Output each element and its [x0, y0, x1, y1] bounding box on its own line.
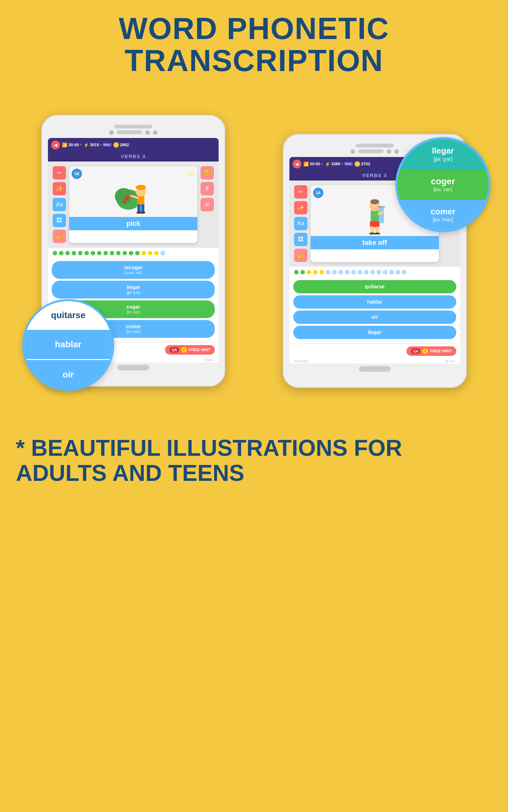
option-phonetic-2: [jje.'ɣar]: [57, 290, 210, 295]
option-word-1: recoger: [57, 265, 210, 271]
cut-button-r[interactable]: ✂: [294, 185, 307, 198]
coin-icon-right: [354, 161, 360, 167]
hint-label-left: FREE HINT: [189, 347, 211, 352]
progress-dot: [332, 270, 337, 274]
home-button-right[interactable]: [359, 366, 391, 372]
option-btn-r2[interactable]: hablar: [293, 295, 456, 309]
pick-illustration: [113, 168, 154, 215]
option-btn-r3[interactable]: oír: [293, 311, 456, 324]
image-button-r[interactable]: 🖼: [294, 233, 307, 246]
tooltip-right-phonetic-2: [ko.'xer]: [434, 186, 453, 193]
progress-dot: [402, 270, 407, 274]
progress-dot: [110, 251, 114, 255]
progress-dot: [59, 251, 64, 255]
left-side-buttons: ✂ ✨ Aa 🖼 👍: [53, 166, 66, 243]
coin-icon-left: [113, 142, 119, 148]
progress-dot: [396, 270, 400, 274]
svg-line-22: [379, 212, 383, 214]
option-phonetic-1: [re.ko.'xer]: [57, 271, 210, 275]
svg-point-4: [123, 199, 127, 203]
progress-dot: [307, 270, 311, 274]
status-bar-left: ◀ 📶 30:00 + ⚡ 3015 + FULL 2962: [48, 138, 219, 152]
progress-dot: [377, 270, 381, 274]
option-word-2: llegar: [57, 284, 210, 290]
progress-dot: [129, 251, 133, 255]
progress-dot: [91, 251, 95, 255]
score-status-right: ⚡ 3380 + FULL: [325, 162, 352, 167]
dot: [153, 130, 157, 135]
image-button[interactable]: 🖼: [53, 214, 66, 227]
phone-right-bar: [358, 149, 384, 153]
home-button-left[interactable]: [117, 365, 149, 370]
thumb-button-r[interactable]: 👍: [294, 249, 307, 262]
coin-status-right: 2702: [354, 161, 370, 167]
progress-dot: [389, 270, 394, 274]
font-button[interactable]: Aa: [53, 198, 66, 211]
cut-button[interactable]: ✂: [53, 166, 66, 180]
svg-rect-16: [370, 221, 380, 227]
progress-dot: [66, 251, 70, 255]
hint-button-right[interactable]: QA ● FREE HINT: [407, 346, 456, 356]
hint-button-left[interactable]: QA ● FREE HINT: [165, 345, 215, 355]
back-button-right[interactable]: ◀: [293, 160, 301, 169]
hint-label-right: FREE HINT: [430, 349, 452, 353]
font-button-r[interactable]: Aa: [294, 217, 307, 230]
option-btn-2[interactable]: llegar [jje.'ɣar]: [52, 281, 215, 299]
progress-dot: [351, 270, 356, 274]
progress-dot: [135, 251, 140, 255]
svg-rect-17: [371, 226, 374, 233]
progress-dot: [97, 251, 101, 255]
svg-point-20: [374, 232, 380, 234]
card-label-left: pick: [69, 217, 197, 230]
dot: [145, 130, 150, 135]
version-label-right: V5.29.2: [445, 360, 458, 363]
coin-status: 2962: [113, 142, 129, 148]
pause-button[interactable]: ⏸: [201, 182, 214, 195]
option-btn-r4[interactable]: llegar: [293, 326, 456, 339]
tooltip-left-word-2: hablar: [55, 340, 82, 350]
progress-dot: [72, 251, 76, 255]
card-badge-left: 18: [72, 169, 82, 179]
thumb-button[interactable]: 👍: [53, 230, 66, 243]
option-btn-1[interactable]: recoger [re.ko.'xer]: [52, 261, 215, 279]
star-button-r[interactable]: ✨: [294, 201, 307, 215]
tooltip-right-word-3: comer: [431, 207, 455, 217]
face-button[interactable]: 😊: [201, 166, 214, 180]
version-label-left: V5.29.2: [204, 358, 216, 362]
tooltip-left-item-2: hablar: [24, 330, 112, 359]
progress-dot: [339, 270, 343, 274]
hint-coin-left: ●: [181, 347, 187, 353]
right-side-buttons: 😊 ⏸ ✉: [201, 166, 214, 243]
card-label-right: take off: [311, 236, 439, 249]
mail-button[interactable]: ✉: [201, 198, 214, 211]
flashcard-left: 18 ☆: [69, 166, 197, 243]
progress-dots-right: [289, 267, 460, 277]
star-icon-left[interactable]: ☆: [188, 169, 195, 178]
progress-dot: [357, 270, 362, 274]
svg-rect-9: [137, 204, 140, 212]
tooltip-right-word-1: llegar: [432, 146, 454, 156]
progress-dot: [161, 251, 165, 255]
option-word-r1: quitarse: [298, 284, 451, 289]
star-button[interactable]: ✨: [53, 182, 66, 195]
wifi-status-right: 📶 30:00 +: [303, 162, 323, 167]
progress-dot: [53, 251, 57, 255]
header: WORD PHONETIC TRANSCRIPTION: [0, 0, 508, 83]
dot: [387, 149, 391, 154]
svg-rect-18: [375, 226, 379, 233]
dot: [394, 149, 399, 154]
back-button-left[interactable]: ◀: [51, 140, 60, 149]
hint-coin-right: ●: [422, 348, 428, 354]
footer: * BEAUTIFUL ILLUSTRATIONS FOR ADULTS AND…: [0, 423, 508, 501]
progress-dot: [326, 270, 330, 274]
progress-dots-left: [48, 248, 219, 259]
fps-row-right: 59.43 FPS V5.29.2: [289, 359, 460, 363]
option-btn-r1[interactable]: quitarse: [293, 280, 456, 294]
qa-label-right: QA: [411, 348, 421, 354]
progress-dot: [370, 270, 375, 274]
wifi-status: 📶 30:00 +: [62, 142, 82, 147]
category-bar-left: VERBS 3: [48, 152, 219, 162]
svg-rect-21: [379, 208, 384, 223]
svg-point-12: [140, 211, 145, 214]
progress-dot: [148, 251, 152, 255]
